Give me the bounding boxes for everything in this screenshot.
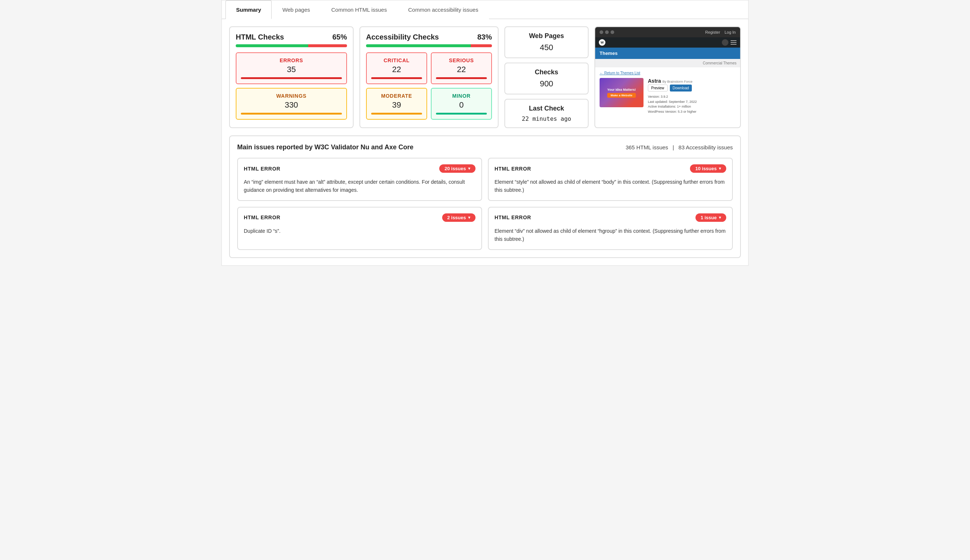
web-pages-stat: Web Pages 450 — [504, 27, 588, 58]
a11y-percent: 83% — [477, 33, 492, 42]
issue-card-2: HTML ERROR 2 issues ▾ Duplicate ID “s”. — [237, 207, 482, 250]
theme-detail-area: ← Return to Themes List Your Idea Matter… — [595, 67, 740, 118]
theme-wp-version: WordPress Version: 5.3 or higher — [648, 110, 736, 115]
issues-separator: | — [673, 144, 674, 150]
browser-bar: Register Log In — [595, 27, 740, 37]
browser-links: Register Log In — [705, 30, 736, 34]
html-warnings-bar — [241, 113, 342, 115]
preview-button[interactable]: Preview — [648, 85, 668, 92]
web-pages-value: 450 — [511, 43, 582, 52]
wp-menu-line-3 — [731, 44, 737, 45]
chevron-down-icon: ▾ — [719, 215, 721, 220]
issues-header: Main issues reported by W3C Validator Nu… — [237, 143, 733, 151]
theme-updated: Last updated: September 7, 2022 — [648, 100, 736, 105]
issues-section: Main issues reported by W3C Validator Nu… — [229, 135, 741, 258]
make-website-btn[interactable]: Make a Website — [607, 93, 636, 98]
html-warnings-value: 330 — [241, 100, 342, 110]
issue-type-2: HTML ERROR — [244, 215, 280, 220]
wp-search-icon[interactable] — [722, 39, 728, 46]
theme-version: Version: 3.9.2 — [648, 95, 736, 100]
a11y-serious-bar — [436, 77, 487, 79]
theme-header: Your Idea Matters! Make a Website Astra … — [600, 78, 736, 114]
a11y-title: Accessibility Checks — [366, 33, 439, 42]
issue-badge-0[interactable]: 20 issues ▾ — [439, 164, 475, 173]
a11y-moderate-value: 39 — [371, 100, 422, 110]
a11y-header: Accessibility Checks 83% — [366, 33, 492, 42]
chevron-down-icon: ▾ — [468, 215, 470, 220]
issue-card-header-0: HTML ERROR 20 issues ▾ — [244, 164, 475, 173]
html-checks-title: HTML Checks — [236, 33, 284, 42]
themes-label: Themes — [600, 50, 618, 56]
tabs-bar: Summary Web pages Common HTML issues Com… — [222, 0, 748, 19]
theme-installs: Active Installations: 1+ million — [648, 104, 736, 110]
tab-common-accessibility[interactable]: Common accessibility issues — [398, 0, 489, 19]
issues-title: Main issues reported by W3C Validator Nu… — [237, 143, 413, 151]
issue-card-0: HTML ERROR 20 issues ▾ An “img” element … — [237, 158, 482, 201]
a11y-moderate-bar — [371, 113, 422, 115]
web-pages-label: Web Pages — [511, 32, 582, 40]
tab-web-pages[interactable]: Web pages — [272, 0, 321, 19]
page-wrapper: Summary Web pages Common HTML issues Com… — [222, 0, 748, 266]
a11y-serious-box: SERIOUS 22 — [431, 52, 492, 84]
themes-bar: Themes — [595, 48, 740, 59]
issue-badge-1[interactable]: 10 issues ▾ — [690, 164, 726, 173]
wp-menu-icon[interactable] — [731, 39, 737, 46]
download-button[interactable]: Download — [670, 85, 692, 92]
html-errors-box: ERRORS 35 — [236, 52, 347, 84]
html-progress-green — [236, 44, 308, 47]
checks-stat: Checks 900 — [504, 63, 588, 95]
browser-dots — [600, 30, 614, 34]
a11y-minor-label: MINOR — [436, 93, 487, 99]
tab-common-html[interactable]: Common HTML issues — [321, 0, 398, 19]
chevron-down-icon: ▾ — [468, 166, 470, 171]
a11y-issues-count: 83 Accessibility issues — [678, 144, 733, 150]
issue-badge-3[interactable]: 1 issue ▾ — [695, 213, 726, 222]
a11y-serious-value: 22 — [436, 65, 487, 74]
a11y-progress-green — [366, 44, 471, 47]
wp-menu-line-1 — [731, 40, 737, 41]
a11y-progress-red — [471, 44, 492, 47]
checks-value: 900 — [511, 79, 582, 88]
theme-meta: Version: 3.9.2 Last updated: September 7… — [648, 95, 736, 114]
html-progress-bar — [236, 44, 347, 47]
theme-preview-image: Your Idea Matters! Make a Website — [600, 78, 643, 107]
issue-description-3: Element “div” not allowed as child of el… — [495, 227, 726, 243]
issue-badge-2[interactable]: 2 issues ▾ — [442, 213, 475, 222]
issue-type-0: HTML ERROR — [244, 166, 280, 172]
browser-link-login[interactable]: Log In — [724, 30, 736, 34]
issue-description-2: Duplicate ID “s”. — [244, 227, 475, 235]
html-errors-bar — [241, 77, 342, 79]
html-checks-percent: 65% — [332, 33, 347, 42]
html-errors-label: ERRORS — [241, 57, 342, 63]
commercial-themes-label[interactable]: Commercial Themes — [703, 61, 737, 65]
a11y-serious-label: SERIOUS — [436, 57, 487, 63]
html-checks-card: HTML Checks 65% ERRORS 35 WARNINGS 330 — [229, 27, 353, 128]
main-content: HTML Checks 65% ERRORS 35 WARNINGS 330 — [222, 19, 748, 265]
issue-card-1: HTML ERROR 10 issues ▾ Element “style” n… — [488, 158, 733, 201]
preview-card: Register Log In W — [595, 27, 741, 128]
a11y-moderate-box: MODERATE 39 — [366, 88, 427, 120]
checks-label: Checks — [511, 68, 582, 76]
side-stats: Web Pages 450 Checks 900 Last Check 22 m… — [504, 27, 588, 128]
last-check-label: Last Check — [511, 105, 582, 112]
browser-dot-1 — [600, 30, 603, 34]
theme-action-buttons: Preview Download — [648, 85, 736, 92]
tab-summary[interactable]: Summary — [225, 0, 272, 19]
accessibility-checks-card: Accessibility Checks 83% CRITICAL 22 SER… — [360, 27, 498, 128]
a11y-minor-box: MINOR 0 — [431, 88, 492, 120]
a11y-moderate-label: MODERATE — [371, 93, 422, 99]
issue-type-1: HTML ERROR — [495, 166, 531, 172]
html-metrics-grid: ERRORS 35 WARNINGS 330 — [236, 52, 347, 120]
a11y-minor-bar — [436, 113, 487, 115]
a11y-minor-value: 0 — [436, 100, 487, 110]
html-errors-value: 35 — [241, 65, 342, 74]
last-check-value: 22 minutes ago — [511, 115, 582, 122]
theme-maker: By Brainstorm Force — [663, 80, 693, 83]
html-issues-count: 365 HTML issues — [625, 144, 668, 150]
issues-counts: 365 HTML issues | 83 Accessibility issue… — [625, 144, 733, 150]
wp-menu-line-2 — [731, 42, 737, 43]
browser-link-register[interactable]: Register — [705, 30, 720, 34]
stats-row: HTML Checks 65% ERRORS 35 WARNINGS 330 — [229, 27, 741, 128]
back-to-themes-link[interactable]: ← Return to Themes List — [600, 71, 736, 75]
a11y-critical-value: 22 — [371, 65, 422, 74]
